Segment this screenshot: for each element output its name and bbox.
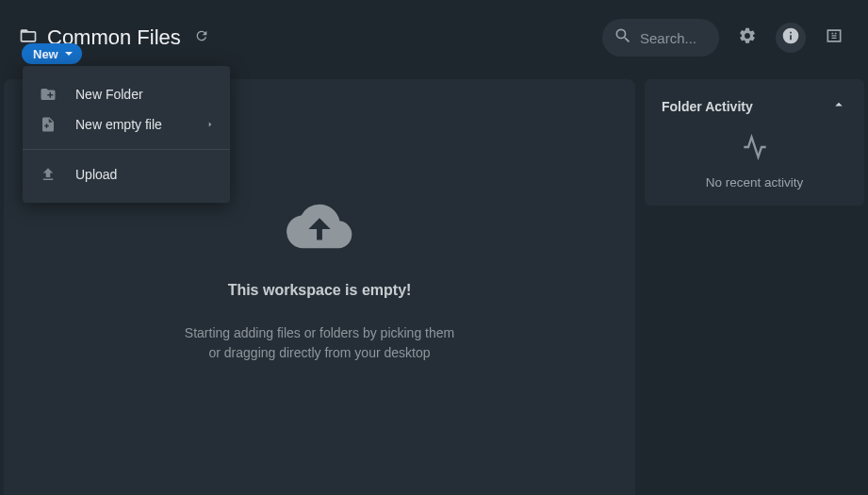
new-file-icon [40, 116, 57, 133]
activity-panel-body: No recent activity [662, 134, 847, 190]
gear-icon [738, 26, 757, 49]
menu-divider [23, 149, 230, 150]
info-button[interactable] [776, 23, 806, 53]
empty-state-subtitle: Starting adding files or folders by pick… [178, 323, 461, 362]
chevron-right-icon [205, 116, 215, 133]
cloud-upload-icon [272, 193, 367, 263]
header-actions [602, 19, 849, 57]
address-book-button[interactable] [819, 23, 849, 53]
settings-button[interactable] [732, 23, 762, 53]
activity-panel: Folder Activity No recent activity [645, 79, 864, 206]
menu-item-new-file[interactable]: New empty file [23, 109, 230, 140]
upload-icon [40, 166, 57, 183]
chevron-up-icon [830, 96, 847, 117]
new-folder-icon [40, 86, 57, 103]
activity-panel-title: Folder Activity [662, 99, 753, 114]
menu-item-label: New Folder [75, 87, 215, 102]
search-input[interactable] [640, 30, 706, 46]
empty-state-title: This workspace is empty! [228, 282, 412, 299]
refresh-icon[interactable] [190, 28, 209, 47]
activity-icon [742, 134, 768, 164]
chevron-down-icon [65, 52, 73, 56]
menu-item-upload[interactable]: Upload [23, 159, 230, 190]
info-icon [781, 26, 800, 49]
no-activity-text: No recent activity [706, 175, 804, 190]
app-header: Common Files [0, 0, 868, 75]
menu-item-label: Upload [75, 167, 215, 182]
address-book-icon [825, 26, 843, 49]
menu-item-new-folder[interactable]: New Folder [23, 79, 230, 109]
search-icon [614, 26, 632, 49]
new-button[interactable]: New [22, 43, 82, 64]
menu-item-label: New empty file [75, 117, 187, 132]
search-box[interactable] [602, 19, 719, 57]
activity-panel-header[interactable]: Folder Activity [662, 96, 847, 117]
new-button-label: New [33, 47, 58, 61]
new-menu: New Folder New empty file Upload [23, 66, 230, 203]
